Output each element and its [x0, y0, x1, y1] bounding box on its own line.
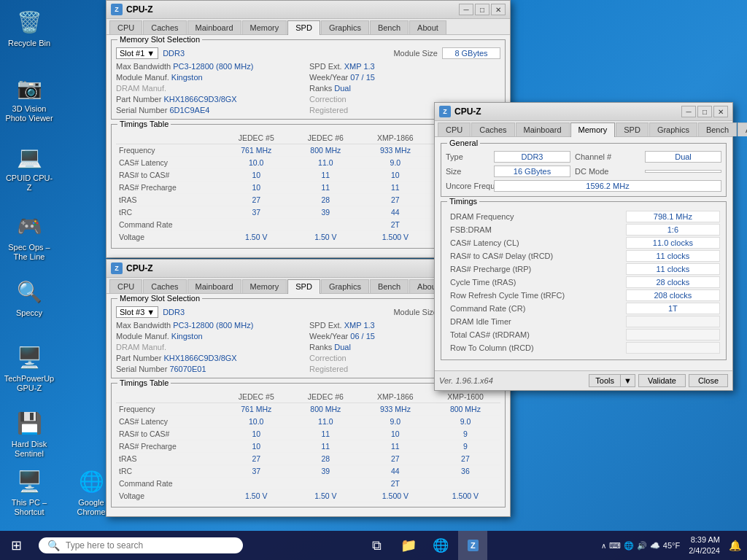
slot-value-1: Slot #1: [120, 49, 144, 58]
window-title-left-2: Z CPU-Z: [111, 262, 153, 274]
tools-button-3[interactable]: Tools: [589, 374, 621, 387]
3dvision-icon: 📷: [15, 73, 44, 102]
serial-label-1: Serial Number: [116, 106, 167, 114]
desktop-icon-label: Recycle Bin: [8, 39, 50, 48]
clock-time: 8:39 AM: [689, 534, 720, 545]
th-jedec6-1: JEDEC #6: [291, 132, 360, 144]
tab-memory-3[interactable]: Memory: [570, 122, 616, 137]
tab-graphics-3[interactable]: Graphics: [649, 122, 697, 136]
desktop-icon-techpowerup[interactable]: 🖥️ TechPowerUp GPU-Z: [4, 343, 55, 393]
chevron-up-icon[interactable]: ∧: [601, 542, 606, 550]
close-button-bottom-3[interactable]: Close: [689, 374, 728, 387]
desktop-icon-recycle-bin[interactable]: 🗑️ Recycle Bin: [4, 7, 55, 48]
general-group-3: General Type DDR3 Channel # Dual Size 16…: [441, 143, 727, 197]
keyboard-icon: ⌨: [609, 541, 621, 551]
tab-caches-1[interactable]: Caches: [143, 20, 186, 34]
registered-label-2: Registered: [309, 365, 348, 373]
uncore-freq-label-3: Uncore Frequency: [446, 182, 489, 190]
desktop-icon-harddisk[interactable]: 💾 Hard Disk Sentinel: [4, 408, 55, 459]
tab-spd-2[interactable]: SPD: [287, 279, 320, 294]
dc-mode-label-3: DC Mode: [575, 167, 640, 176]
tab-bench-3[interactable]: Bench: [698, 122, 737, 136]
tab-bench-2[interactable]: Bench: [370, 279, 409, 293]
size-val-3: 16 GBytes: [494, 166, 570, 177]
module-size-label-1: Module Size: [393, 49, 438, 58]
file-explorer-icon[interactable]: 📁: [394, 531, 423, 560]
general-content-3: Type DDR3 Channel # Dual Size 16 GBytes …: [446, 151, 721, 192]
tab-spd-3[interactable]: SPD: [616, 122, 649, 136]
size-label-3: Size: [446, 167, 489, 176]
taskview-icon[interactable]: ⧉: [362, 531, 391, 560]
desktop-icon-label: 3D Vision Photo Viewer: [4, 104, 55, 123]
part-row-2: Part Number KHX1866C9D3/8GX: [116, 354, 307, 362]
notification-icon[interactable]: 🔔: [729, 540, 741, 551]
desktop-icon-label: Spec Ops – The Line: [4, 243, 55, 262]
tab-mainboard-1[interactable]: Mainboard: [187, 20, 241, 34]
tab-cpu-3[interactable]: CPU: [438, 122, 471, 136]
manuf-row-2: Module Manuf. Kingston: [116, 332, 307, 341]
max-bw-label-1: Max Bandwidth: [116, 62, 171, 71]
specops-icon: 🎮: [15, 211, 44, 241]
part-label-2: Part Number: [116, 354, 161, 362]
manuf-row-1: Module Manuf. Kingston: [116, 73, 307, 82]
correction-label-1: Correction: [309, 95, 347, 104]
window-controls-1: ─ □ ✕: [459, 4, 506, 15]
desktop-icon-cpuid[interactable]: 💻 CPUID CPU-Z: [4, 142, 55, 192]
tab-bar-1: CPU Caches Mainboard Memory SPD Graphics…: [107, 19, 510, 35]
serial-val-1: 6D1C9AE4: [169, 106, 209, 114]
slot-dropdown-1[interactable]: Slot #1 ▼: [116, 47, 158, 59]
tab-bench-1[interactable]: Bench: [370, 20, 409, 34]
spd-ext-val-1: XMP 1.3: [344, 62, 375, 71]
cpuz-taskbar-icon[interactable]: Z: [458, 531, 487, 560]
cpuid-icon: 💻: [15, 142, 44, 171]
cpuz-window-memory: Z CPU-Z ─ □ ✕ CPU Caches Mainboard Memor…: [434, 102, 733, 391]
tab-caches-3[interactable]: Caches: [471, 122, 514, 136]
tab-cpu-2[interactable]: CPU: [109, 279, 142, 293]
week-year-val-1: 07 / 15: [350, 73, 375, 82]
network-icon: 🌐: [624, 541, 634, 551]
temperature-text: 45°F: [663, 541, 680, 550]
search-bar[interactable]: 🔍: [39, 537, 243, 553]
clock[interactable]: 8:39 AM 2/4/2024: [683, 534, 726, 557]
chrome-taskbar-icon[interactable]: 🌐: [426, 531, 455, 560]
tab-mainboard-2[interactable]: Mainboard: [187, 279, 241, 293]
desktop-icon-speccy[interactable]: 🔍 Speccy: [4, 277, 55, 318]
week-year-label-2: Week/Year: [309, 332, 348, 341]
desktop-icon-thispc[interactable]: 🖥️ This PC – Shortcut: [4, 467, 55, 517]
tab-memory-2[interactable]: Memory: [242, 279, 287, 293]
maximize-button-1[interactable]: □: [475, 4, 489, 15]
validate-button-3[interactable]: Validate: [638, 374, 686, 387]
close-button-1[interactable]: ✕: [491, 4, 506, 15]
timings-content-3: DRAM Frequency798.1 MHzFSB:DRAM1:6CAS# L…: [446, 209, 721, 355]
close-button-3[interactable]: ✕: [713, 106, 728, 117]
dc-mode-val-3: [645, 170, 721, 173]
tab-about-1[interactable]: About: [409, 20, 446, 34]
module-size-val-1: 8 GBytes: [442, 47, 500, 59]
minimize-button-1[interactable]: ─: [459, 4, 473, 15]
tab-caches-2[interactable]: Caches: [143, 279, 186, 293]
th-xmp1866-2: XMP-1866: [360, 391, 430, 403]
th-jedec6-2: JEDEC #6: [291, 391, 360, 403]
tab-memory-1[interactable]: Memory: [242, 20, 287, 34]
desktop-icon-3dvision[interactable]: 📷 3D Vision Photo Viewer: [4, 73, 55, 123]
maximize-button-3[interactable]: □: [697, 106, 712, 117]
tools-arrow-3[interactable]: ▼: [621, 374, 635, 387]
desktop-icon-specops[interactable]: 🎮 Spec Ops – The Line: [4, 211, 55, 262]
correction-label-2: Correction: [309, 354, 347, 362]
tab-cpu-1[interactable]: CPU: [109, 20, 142, 34]
tab-mainboard-3[interactable]: Mainboard: [516, 122, 570, 136]
desktop: 🗑️ Recycle Bin 📷 3D Vision Photo Viewer …: [0, 0, 747, 560]
tab-about-3[interactable]: About: [738, 122, 747, 136]
tab-spd-1[interactable]: SPD: [287, 20, 320, 35]
minimize-button-3[interactable]: ─: [681, 106, 696, 117]
general-title-3: General: [447, 139, 480, 147]
tab-graphics-1[interactable]: Graphics: [321, 20, 369, 34]
thispc-icon: 🖥️: [15, 467, 44, 496]
window-controls-3: ─ □ ✕: [681, 106, 728, 117]
tab-graphics-2[interactable]: Graphics: [321, 279, 369, 293]
start-button[interactable]: ⊞: [0, 531, 33, 560]
search-input[interactable]: [66, 540, 234, 551]
max-bw-val-2: PC3-12800 (800 MHz): [173, 321, 253, 330]
slot-dropdown-2[interactable]: Slot #3 ▼: [116, 306, 158, 318]
registered-label-1: Registered: [309, 106, 348, 114]
